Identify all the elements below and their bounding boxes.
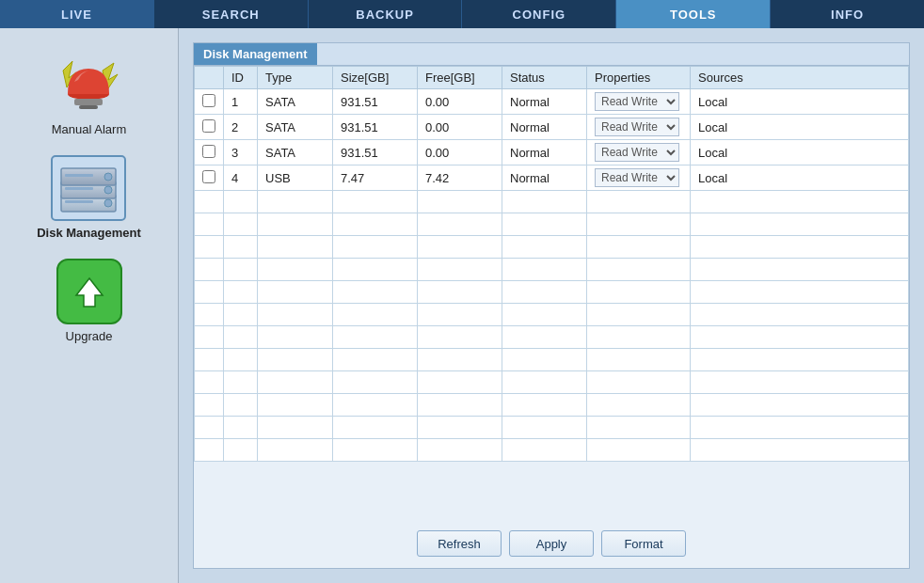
empty-row — [195, 213, 909, 236]
empty-cell — [691, 439, 909, 462]
row-size: 7.47 — [333, 165, 418, 191]
tab-tools[interactable]: TOOLS — [616, 0, 771, 28]
row-checkbox-cell[interactable] — [195, 115, 224, 140]
stacked-disks-svg — [56, 161, 121, 215]
row-id: 3 — [224, 140, 258, 165]
empty-cell — [691, 304, 909, 326]
empty-cell — [258, 394, 333, 417]
tab-config[interactable]: CONFIG — [462, 0, 616, 28]
col-type: Type — [258, 67, 333, 89]
disk-management-icon — [51, 155, 126, 221]
row-size: 931.51 — [333, 89, 418, 115]
disk-table-container[interactable]: ID Type Size[GB] Free[GB] Status Propert… — [194, 66, 909, 519]
sidebar-item-upgrade[interactable]: Upgrade — [52, 254, 127, 348]
empty-cell — [502, 349, 587, 371]
empty-cell — [502, 236, 587, 259]
empty-cell — [195, 371, 224, 394]
empty-cell — [333, 259, 418, 281]
empty-row — [195, 236, 909, 259]
empty-row — [195, 394, 909, 417]
panel-title-bar: Disk Management — [194, 43, 909, 66]
empty-cell — [418, 326, 502, 349]
row-checkbox[interactable] — [202, 170, 215, 183]
row-checkbox[interactable] — [202, 119, 215, 133]
properties-select[interactable]: Read Write Read Only Redundancy — [595, 118, 679, 136]
sidebar-item-disk-management[interactable]: Disk Management — [32, 150, 146, 244]
row-status: Normal — [502, 140, 587, 165]
row-free: 0.00 — [418, 115, 502, 140]
format-button[interactable]: Format — [601, 530, 686, 557]
properties-select[interactable]: Read Write Read Only Redundancy — [595, 143, 679, 162]
empty-cell — [587, 349, 691, 371]
row-sources: Local — [691, 140, 909, 165]
row-size: 931.51 — [333, 140, 418, 165]
empty-cell — [258, 349, 333, 371]
row-checkbox[interactable] — [202, 94, 215, 107]
empty-cell — [587, 371, 691, 394]
empty-cell — [333, 371, 418, 394]
row-status: Normal — [502, 165, 587, 191]
empty-cell — [418, 371, 502, 394]
row-properties[interactable]: Read Write Read Only Redundancy — [587, 140, 691, 165]
row-checkbox-cell[interactable] — [195, 165, 224, 191]
empty-cell — [258, 371, 333, 394]
row-checkbox[interactable] — [202, 145, 215, 158]
empty-cell — [258, 213, 333, 236]
row-size: 931.51 — [333, 115, 418, 140]
col-properties: Properties — [587, 67, 691, 89]
empty-cell — [333, 417, 418, 439]
row-checkbox-cell[interactable] — [195, 89, 224, 115]
upgrade-arrow-svg — [69, 271, 110, 312]
empty-row — [195, 191, 909, 213]
empty-cell — [587, 281, 691, 304]
empty-row — [195, 371, 909, 394]
empty-cell — [258, 236, 333, 259]
sidebar-item-manual-alarm[interactable]: Manual Alarm — [47, 47, 131, 141]
empty-cell — [691, 394, 909, 417]
svg-rect-9 — [65, 174, 93, 177]
row-id: 1 — [224, 89, 258, 115]
empty-cell — [195, 236, 224, 259]
row-properties[interactable]: Read Write Read Only Redundancy — [587, 165, 691, 191]
bottom-bar: Refresh Apply Format — [194, 519, 909, 568]
apply-button[interactable]: Apply — [509, 530, 594, 557]
empty-cell — [502, 259, 587, 281]
empty-cell — [195, 439, 224, 462]
empty-cell — [258, 417, 333, 439]
disk-management-panel: Disk Management ID Type Size[GB] Free[GB… — [193, 42, 910, 569]
properties-select[interactable]: Read Write Read Only Redundancy — [595, 92, 679, 111]
tab-info[interactable]: INFO — [771, 0, 924, 28]
sidebar: Manual Alarm — [0, 28, 179, 583]
empty-cell — [418, 417, 502, 439]
empty-cell — [691, 417, 909, 439]
col-free: Free[GB] — [418, 67, 502, 89]
empty-cell — [333, 349, 418, 371]
row-properties[interactable]: Read Write Read Only Redundancy — [587, 89, 691, 115]
manual-alarm-label: Manual Alarm — [52, 122, 126, 136]
tab-search[interactable]: SEARCH — [154, 0, 309, 28]
empty-cell — [333, 326, 418, 349]
svg-marker-14 — [76, 278, 103, 307]
row-checkbox-cell[interactable] — [195, 140, 224, 165]
empty-cell — [502, 439, 587, 462]
properties-select[interactable]: Read Write Read Only Redundancy — [595, 168, 679, 187]
row-type: SATA — [258, 115, 333, 140]
refresh-button[interactable]: Refresh — [417, 530, 502, 557]
col-sources: Sources — [691, 67, 909, 89]
empty-cell — [587, 417, 691, 439]
empty-cell — [195, 281, 224, 304]
row-free: 7.42 — [418, 165, 502, 191]
empty-cell — [333, 236, 418, 259]
svg-rect-3 — [74, 99, 103, 105]
empty-row — [195, 304, 909, 326]
empty-cell — [195, 191, 224, 213]
empty-cell — [333, 394, 418, 417]
empty-cell — [195, 417, 224, 439]
empty-row — [195, 326, 909, 349]
row-properties[interactable]: Read Write Read Only Redundancy — [587, 115, 691, 140]
svg-point-12 — [104, 199, 112, 207]
row-type: SATA — [258, 89, 333, 115]
tab-backup[interactable]: BACKUP — [309, 0, 463, 28]
disk-table: ID Type Size[GB] Free[GB] Status Propert… — [194, 66, 909, 462]
tab-live[interactable]: LIVE — [0, 0, 154, 28]
